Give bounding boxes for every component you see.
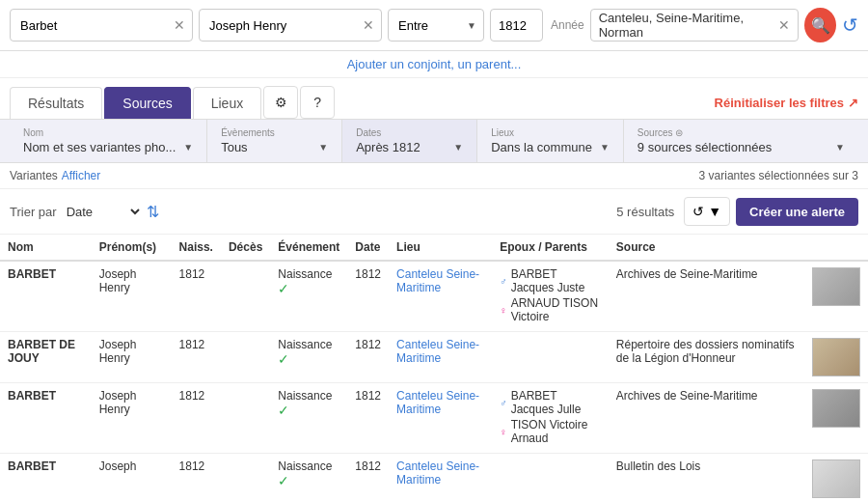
lastname-input[interactable] (10, 9, 193, 42)
document-thumbnail[interactable] (812, 389, 860, 428)
cell-thumb[interactable] (804, 383, 868, 454)
cell-naiss: 1812 (172, 261, 221, 332)
lieu-link[interactable]: Canteleu Seine-Maritime (396, 267, 479, 294)
location-clear-icon[interactable]: ✕ (778, 17, 790, 33)
cell-lieu: Canteleu Seine-Maritime (389, 261, 492, 332)
cell-source: Archives de Seine-Maritime (609, 261, 804, 332)
variants-count: 3 variantes sélectionnées sur 3 (699, 169, 858, 182)
tab-sources[interactable]: Sources (104, 87, 190, 119)
reset-filters-label: Réinitialiser les filtres (715, 96, 844, 110)
check-icon: ✓ (278, 281, 289, 296)
lieu-link[interactable]: Canteleu Seine-Maritime (396, 389, 479, 416)
alert-options-button[interactable]: ↺ ▼ (684, 197, 730, 226)
col-nom: Nom (0, 235, 92, 261)
results-table: Nom Prénom(s) Naiss. Décès Événement Dat… (0, 235, 868, 501)
filter-sources[interactable]: Sources ⊜ 9 sources sélectionnées ▼ (624, 120, 858, 162)
col-date: Date (347, 235, 389, 261)
filter-sources-value: 9 sources sélectionnées ▼ (637, 140, 845, 154)
sort-label: Trier par (10, 205, 57, 219)
filter-row: Nom Nom et ses variantes pho... ▼ Évènem… (0, 120, 868, 163)
cell-naiss: 1812 (172, 383, 221, 454)
help-icon-button[interactable]: ? (300, 86, 335, 119)
lastname-clear-icon[interactable]: ✕ (174, 17, 185, 33)
cell-thumb[interactable] (804, 332, 868, 383)
firstname-input-wrap: ✕ (199, 9, 382, 42)
filter-evenements-chevron-icon: ▼ (318, 142, 328, 153)
filter-lieux-label: Lieux (491, 127, 610, 138)
variants-row: Variantes Afficher 3 variantes sélection… (0, 163, 868, 189)
filter-nom[interactable]: Nom Nom et ses variantes pho... ▼ (10, 120, 207, 162)
tabs-row: Résultats Sources Lieux ⚙ ? Réinitialise… (0, 78, 868, 120)
cell-epoux (492, 332, 609, 383)
filter-lieux[interactable]: Lieux Dans la commune ▼ (477, 120, 624, 162)
filter-icon: ⚙ (275, 95, 287, 110)
document-thumbnail[interactable] (812, 338, 860, 376)
date-type-select[interactable]: Entre Avant Après Exactement (388, 9, 484, 42)
cell-thumb[interactable] (804, 261, 868, 332)
cell-nom: BARBET DE JOUY (0, 332, 92, 383)
table-row[interactable]: BARBET DE JOUY Joseph Henry 1812 Naissan… (0, 332, 868, 383)
filter-evenements-label: Évènements (221, 127, 328, 138)
add-partner-link[interactable]: Ajouter un conjoint, un parent... (0, 51, 868, 78)
epoux-name: BARBET Jacques Julle (511, 389, 601, 416)
col-source: Source (609, 235, 804, 261)
filter-nom-value: Nom et ses variantes pho... ▼ (23, 140, 193, 154)
check-icon: ✓ (278, 473, 289, 488)
col-deces: Décès (221, 235, 270, 261)
cell-nom: BARBET (0, 261, 92, 332)
firstname-clear-icon[interactable]: ✕ (363, 17, 374, 33)
cell-prenom: Joseph Henry (92, 332, 172, 383)
cell-deces (221, 261, 270, 332)
reset-filters-button[interactable]: Réinitialiser les filtres ↗ (715, 96, 858, 110)
reset-search-button[interactable]: ↺ (842, 14, 858, 37)
tab-resultats[interactable]: Résultats (10, 87, 102, 119)
reset-filters-icon: ↗ (848, 96, 858, 110)
epoux-name: TISON Victoire Arnaud (511, 418, 601, 445)
sort-row: Trier par Date Nom Pertinence ⇅ 5 résult… (0, 189, 868, 235)
table-row[interactable]: BARBET Joseph 1812 Naissance ✓ 1812 Cant… (0, 454, 868, 502)
tab-lieux[interactable]: Lieux (193, 87, 261, 119)
cell-source: Bulletin des Lois (609, 454, 804, 502)
year-input[interactable] (490, 9, 543, 42)
female-icon: ♀ (500, 305, 507, 316)
create-alert-button[interactable]: Créer une alerte (736, 198, 858, 226)
cell-source: Répertoire des dossiers nominatifs de la… (609, 332, 804, 383)
sort-direction-icon[interactable]: ⇅ (147, 203, 159, 221)
col-prenom: Prénom(s) (92, 235, 172, 261)
search-button[interactable]: 🔍 (804, 8, 836, 42)
cell-evenement: Naissance ✓ (270, 261, 347, 332)
filter-sources-chevron-icon: ▼ (835, 142, 845, 153)
firstname-input[interactable] (199, 9, 382, 42)
lastname-input-wrap: ✕ (10, 9, 193, 42)
alert-options-icon: ↺ ▼ (692, 204, 721, 219)
sort-select[interactable]: Date Nom Pertinence (63, 204, 143, 220)
search-bar: ✕ ✕ Entre Avant Après Exactement ▼ Année… (0, 0, 868, 51)
filter-dates-value: Après 1812 ▼ (356, 140, 463, 154)
table-row[interactable]: BARBET Joseph Henry 1812 Naissance ✓ 181… (0, 261, 868, 332)
check-icon: ✓ (278, 403, 289, 418)
year-label: Année (551, 18, 584, 32)
variants-label: Variantes (10, 169, 58, 182)
lieu-link[interactable]: Canteleu Seine-Maritime (396, 459, 479, 487)
female-icon: ♀ (500, 427, 507, 437)
lieu-link[interactable]: Canteleu Seine-Maritime (396, 338, 479, 365)
cell-evenement: Naissance ✓ (270, 383, 347, 454)
table-row[interactable]: BARBET Joseph Henry 1812 Naissance ✓ 181… (0, 383, 868, 454)
col-thumb (804, 235, 868, 261)
variants-link[interactable]: Afficher (62, 169, 100, 182)
filter-evenements[interactable]: Évènements Tous ▼ (207, 120, 342, 162)
reset-icon: ↺ (842, 14, 858, 36)
cell-evenement: Naissance ✓ (270, 332, 347, 383)
document-thumbnail[interactable] (812, 267, 860, 306)
cell-prenom: Joseph (92, 454, 172, 502)
filter-icon-button[interactable]: ⚙ (263, 86, 298, 119)
filter-nom-chevron-icon: ▼ (183, 142, 193, 153)
cell-lieu: Canteleu Seine-Maritime (389, 383, 492, 454)
cell-epoux: ♂BARBET Jacques Julle♀TISON Victoire Arn… (492, 383, 609, 454)
document-thumbnail[interactable] (812, 459, 860, 498)
cell-lieu: Canteleu Seine-Maritime (389, 454, 492, 502)
cell-thumb[interactable] (804, 454, 868, 502)
cell-naiss: 1812 (172, 332, 221, 383)
filter-dates[interactable]: Dates Après 1812 ▼ (342, 120, 477, 162)
filter-sources-label: Sources ⊜ (637, 127, 845, 138)
